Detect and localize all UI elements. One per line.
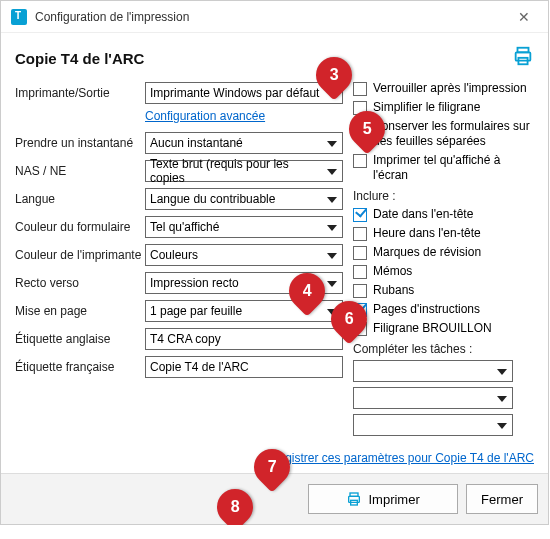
- label-en-label: Étiquette anglaise: [15, 332, 145, 346]
- lock-label: Verrouiller après l'impression: [373, 81, 527, 96]
- app-icon: [11, 9, 27, 25]
- label-en-input[interactable]: T4 CRA copy: [145, 328, 343, 350]
- complete-label: Compléter les tâches :: [353, 342, 534, 356]
- task-select-3[interactable]: [353, 414, 513, 436]
- printer-color-select[interactable]: Couleurs: [145, 244, 343, 266]
- save-settings-link[interactable]: Enregistrer ces paramètres pour Copie T4…: [260, 451, 534, 465]
- printer-select[interactable]: Imprimante Windows par défaut: [145, 82, 343, 104]
- include-label: Inclure :: [353, 189, 534, 203]
- date-label: Date dans l'en-tête: [373, 207, 473, 222]
- snapshot-select[interactable]: Aucun instantané: [145, 132, 343, 154]
- asis-checkbox[interactable]: [353, 154, 367, 168]
- ribbons-checkbox[interactable]: [353, 284, 367, 298]
- label-fr-label: Étiquette française: [15, 360, 145, 374]
- label-fr-input[interactable]: Copie T4 de l'ARC: [145, 356, 343, 378]
- page-title: Copie T4 de l'ARC: [15, 50, 144, 67]
- close-icon[interactable]: ✕: [510, 5, 538, 29]
- review-label: Marques de révision: [373, 245, 481, 260]
- snapshot-label: Prendre un instantané: [15, 136, 145, 150]
- time-label: Heure dans l'en-tête: [373, 226, 481, 241]
- review-checkbox[interactable]: [353, 246, 367, 260]
- nas-label: NAS / NE: [15, 164, 145, 178]
- date-checkbox[interactable]: [353, 208, 367, 222]
- memos-checkbox[interactable]: [353, 265, 367, 279]
- memos-label: Mémos: [373, 264, 412, 279]
- task-select-2[interactable]: [353, 387, 513, 409]
- language-select[interactable]: Langue du contribuable: [145, 188, 343, 210]
- close-button[interactable]: Fermer: [466, 484, 538, 514]
- draft-label: Filigrane BROUILLON: [373, 321, 492, 336]
- printer-icon[interactable]: [512, 45, 534, 71]
- window-title: Configuration de l'impression: [35, 10, 189, 24]
- time-checkbox[interactable]: [353, 227, 367, 241]
- separate-label: Conserver les formulaires sur des feuill…: [373, 119, 534, 149]
- layout-label: Mise en page: [15, 304, 145, 318]
- print-button[interactable]: Imprimer: [308, 484, 458, 514]
- advanced-config-link[interactable]: Configuration avancée: [145, 109, 265, 123]
- asis-label: Imprimer tel qu'affiché à l'écran: [373, 153, 534, 183]
- printer-color-label: Couleur de l'imprimante: [15, 248, 145, 262]
- titlebar: Configuration de l'impression ✕: [1, 1, 548, 33]
- lock-checkbox[interactable]: [353, 82, 367, 96]
- pages-label: Pages d'instructions: [373, 302, 480, 317]
- form-color-label: Couleur du formulaire: [15, 220, 145, 234]
- simplify-label: Simplifier le filigrane: [373, 100, 480, 115]
- printer-label: Imprimante/Sortie: [15, 86, 145, 100]
- task-select-1[interactable]: [353, 360, 513, 382]
- nas-select[interactable]: Texte brut (requis pour les copies: [145, 160, 343, 182]
- duplex-label: Recto verso: [15, 276, 145, 290]
- form-color-select[interactable]: Tel qu'affiché: [145, 216, 343, 238]
- language-label: Langue: [15, 192, 145, 206]
- ribbons-label: Rubans: [373, 283, 414, 298]
